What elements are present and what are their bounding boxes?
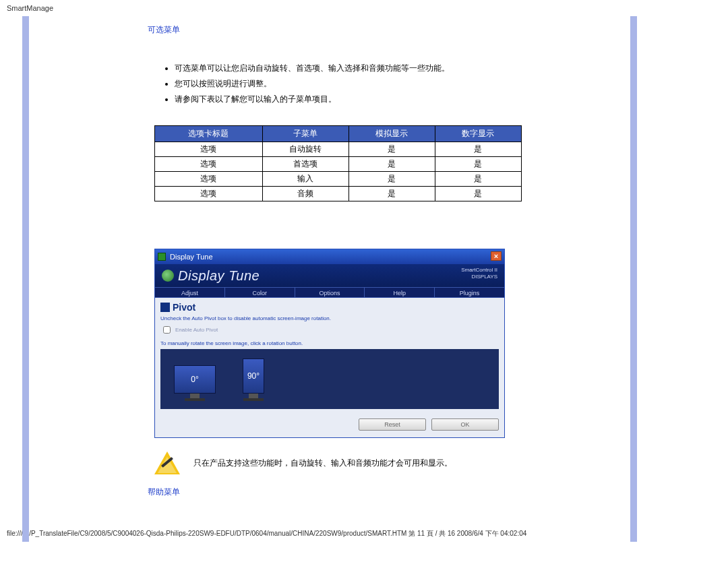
table-row: 选项 首选项 是 是: [155, 157, 522, 172]
tab-color[interactable]: Color: [225, 288, 295, 297]
td: 选项: [155, 172, 263, 187]
td: 选项: [155, 187, 263, 201]
options-table: 选项卡标题 子菜单 模拟显示 数字显示 选项 自动旋转 是 是 选项 首选项 是…: [154, 125, 522, 201]
brand-line: SmartControl II: [461, 267, 497, 274]
tab-adjust[interactable]: Adjust: [155, 288, 225, 297]
auto-pivot-label: Enable Auto Pivot: [175, 327, 218, 333]
td: 是: [435, 157, 521, 172]
td: 是: [435, 187, 521, 201]
content: 可选菜单 可选菜单可以让您启动自动旋转、首选项、输入选择和音频功能等一些功能。 …: [13, 16, 512, 525]
td: 是: [348, 142, 435, 157]
pivot-title: Pivot: [173, 302, 195, 313]
table-row: 选项 音频 是 是: [155, 187, 522, 201]
hint-text-1: Uncheck the Auto Pivot box to disable au…: [160, 315, 499, 323]
th: 子菜单: [262, 126, 348, 142]
th: 数字显示: [435, 126, 521, 142]
ok-button[interactable]: OK: [431, 418, 499, 431]
rotation-preview-row: 0° 90°: [160, 349, 499, 409]
note-row: 只在产品支持这些功能时，自动旋转、输入和音频功能才会可用和显示。: [154, 451, 512, 474]
tab-help[interactable]: Help: [365, 288, 435, 297]
td: 是: [348, 172, 435, 187]
td: 是: [348, 187, 435, 201]
td: 是: [435, 172, 521, 187]
rotation-0-label: 0°: [191, 375, 198, 384]
app-body: Pivot Uncheck the Auto Pivot box to disa…: [155, 298, 504, 437]
page-header: SmartManage: [0, 0, 728, 16]
note-text: 只在产品支持这些功能时，自动旋转、输入和音频功能才会可用和显示。: [193, 458, 452, 469]
table-header-row: 选项卡标题 子菜单 模拟显示 数字显示: [155, 126, 522, 142]
bullet-item: 您可以按照说明进行调整。: [175, 78, 512, 90]
footer-path: file:///P|/P_TranslateFile/C9/2008/5/C90…: [0, 525, 728, 542]
display-tune-logo-icon: [162, 270, 174, 282]
display-tune-window: Display Tune × Display Tune SmartControl…: [154, 249, 505, 438]
td: 是: [435, 142, 521, 157]
hint-text-2: To manually rotate the screen image, cli…: [160, 340, 499, 348]
tab-options[interactable]: Options: [295, 288, 365, 297]
bullet-list: 可选菜单可以让您启动自动旋转、首选项、输入选择和音频功能等一些功能。 您可以按照…: [175, 63, 512, 105]
th: 选项卡标题: [155, 126, 263, 142]
window-title: Display Tune: [170, 253, 213, 261]
td: 自动旋转: [262, 142, 348, 157]
table-row: 选项 输入 是 是: [155, 172, 522, 187]
brand-label: SmartControl II DISPLAYS: [461, 267, 497, 280]
auto-pivot-checkbox-row: Enable Auto Pivot: [160, 324, 499, 336]
td: 选项: [155, 157, 263, 172]
reset-button[interactable]: Reset: [359, 418, 426, 431]
button-bar: Reset OK: [160, 418, 499, 431]
td: 音频: [262, 187, 348, 201]
rotation-90-label: 90°: [247, 371, 260, 381]
pivot-icon: [160, 303, 170, 312]
bullet-item: 可选菜单可以让您启动自动旋转、首选项、输入选择和音频功能等一些功能。: [175, 63, 512, 74]
td: 选项: [155, 142, 263, 157]
rotation-0-button[interactable]: 0°: [174, 365, 216, 401]
auto-pivot-checkbox[interactable]: [163, 326, 171, 334]
table-row: 选项 自动旋转 是 是: [155, 142, 522, 157]
brand-line: DISPLAYS: [461, 274, 497, 280]
td: 是: [348, 157, 435, 172]
warning-icon: [154, 451, 180, 474]
app-icon: [158, 253, 166, 261]
section-title-options: 可选菜单: [148, 24, 512, 36]
td: 首选项: [262, 157, 348, 172]
main-wrap: 可选菜单 可选菜单可以让您启动自动旋转、首选项、输入选择和音频功能等一些功能。 …: [13, 16, 715, 525]
section-title-help: 帮助菜单: [148, 487, 512, 498]
tab-bar: Adjust Color Options Help Plugins: [155, 287, 504, 298]
decorative-bar-right: [630, 16, 637, 542]
th: 模拟显示: [348, 126, 435, 142]
close-icon[interactable]: ×: [491, 251, 502, 261]
app-banner: Display Tune SmartControl II DISPLAYS: [155, 264, 504, 287]
tab-plugins[interactable]: Plugins: [435, 288, 504, 297]
titlebar[interactable]: Display Tune ×: [155, 249, 504, 264]
bullet-item: 请参阅下表以了解您可以输入的子菜单项目。: [175, 94, 512, 105]
banner-title: Display Tune: [178, 268, 260, 284]
pivot-header: Pivot: [160, 302, 499, 313]
rotation-90-button[interactable]: 90°: [243, 358, 264, 401]
td: 输入: [262, 172, 348, 187]
